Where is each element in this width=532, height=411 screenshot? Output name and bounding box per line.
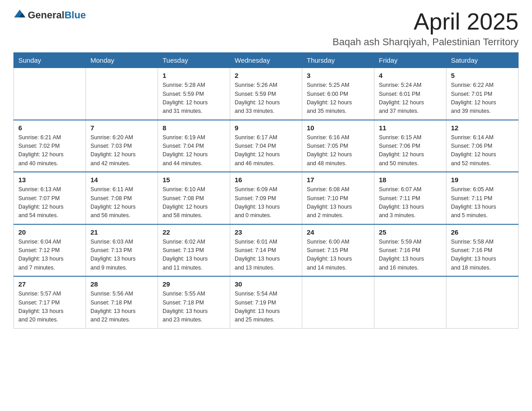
calendar-cell: 18Sunrise: 6:07 AM Sunset: 7:11 PM Dayli… bbox=[374, 172, 446, 224]
week-row-1: 1Sunrise: 5:28 AM Sunset: 5:59 PM Daylig… bbox=[14, 68, 519, 120]
day-number: 23 bbox=[235, 228, 297, 236]
calendar-cell: 3Sunrise: 5:25 AM Sunset: 6:00 PM Daylig… bbox=[302, 68, 374, 120]
day-info: Sunrise: 6:13 AM Sunset: 7:07 PM Dayligh… bbox=[18, 185, 81, 220]
day-number: 15 bbox=[163, 176, 225, 184]
day-info: Sunrise: 5:57 AM Sunset: 7:17 PM Dayligh… bbox=[18, 290, 81, 325]
calendar-cell: 28Sunrise: 5:56 AM Sunset: 7:18 PM Dayli… bbox=[86, 276, 158, 328]
calendar-cell: 7Sunrise: 6:20 AM Sunset: 7:03 PM Daylig… bbox=[86, 120, 158, 172]
day-info: Sunrise: 5:54 AM Sunset: 7:19 PM Dayligh… bbox=[235, 290, 297, 325]
logo-text-general: General bbox=[28, 9, 64, 21]
day-number: 17 bbox=[307, 176, 369, 184]
calendar-cell: 23Sunrise: 6:01 AM Sunset: 7:14 PM Dayli… bbox=[230, 224, 302, 277]
calendar-cell: 1Sunrise: 5:28 AM Sunset: 5:59 PM Daylig… bbox=[158, 68, 230, 120]
calendar-cell: 6Sunrise: 6:21 AM Sunset: 7:02 PM Daylig… bbox=[14, 120, 86, 172]
calendar-cell: 27Sunrise: 5:57 AM Sunset: 7:17 PM Dayli… bbox=[14, 276, 86, 328]
week-row-2: 6Sunrise: 6:21 AM Sunset: 7:02 PM Daylig… bbox=[14, 120, 519, 172]
day-info: Sunrise: 6:07 AM Sunset: 7:11 PM Dayligh… bbox=[379, 185, 442, 220]
day-info: Sunrise: 5:24 AM Sunset: 6:01 PM Dayligh… bbox=[379, 81, 442, 116]
weekday-header-friday: Friday bbox=[374, 53, 446, 68]
weekday-header-sunday: Sunday bbox=[14, 53, 86, 68]
weekday-header-thursday: Thursday bbox=[302, 53, 374, 68]
calendar-cell: 25Sunrise: 5:59 AM Sunset: 7:16 PM Dayli… bbox=[374, 224, 446, 277]
day-number: 3 bbox=[307, 72, 369, 79]
day-number: 24 bbox=[307, 228, 369, 236]
day-info: Sunrise: 6:19 AM Sunset: 7:04 PM Dayligh… bbox=[163, 133, 225, 168]
week-row-5: 27Sunrise: 5:57 AM Sunset: 7:17 PM Dayli… bbox=[14, 276, 519, 328]
calendar-cell: 24Sunrise: 6:00 AM Sunset: 7:15 PM Dayli… bbox=[302, 224, 374, 277]
day-info: Sunrise: 6:22 AM Sunset: 7:01 PM Dayligh… bbox=[451, 81, 514, 116]
day-info: Sunrise: 6:21 AM Sunset: 7:02 PM Dayligh… bbox=[18, 133, 81, 168]
day-info: Sunrise: 6:15 AM Sunset: 7:06 PM Dayligh… bbox=[379, 133, 442, 168]
weekday-header-row: SundayMondayTuesdayWednesdayThursdayFrid… bbox=[14, 53, 519, 68]
day-info: Sunrise: 6:10 AM Sunset: 7:08 PM Dayligh… bbox=[163, 185, 225, 220]
day-info: Sunrise: 5:26 AM Sunset: 5:59 PM Dayligh… bbox=[235, 81, 297, 116]
month-title: April 2025 bbox=[333, 9, 519, 34]
calendar-cell bbox=[446, 276, 519, 328]
day-info: Sunrise: 5:55 AM Sunset: 7:18 PM Dayligh… bbox=[163, 290, 225, 325]
weekday-header-tuesday: Tuesday bbox=[158, 53, 230, 68]
calendar-cell: 13Sunrise: 6:13 AM Sunset: 7:07 PM Dayli… bbox=[14, 172, 86, 224]
day-number: 5 bbox=[451, 72, 514, 79]
day-info: Sunrise: 5:58 AM Sunset: 7:16 PM Dayligh… bbox=[451, 238, 514, 273]
calendar-cell: 9Sunrise: 6:17 AM Sunset: 7:04 PM Daylig… bbox=[230, 120, 302, 172]
day-info: Sunrise: 6:00 AM Sunset: 7:15 PM Dayligh… bbox=[307, 238, 369, 273]
day-number: 11 bbox=[379, 124, 442, 132]
day-number: 10 bbox=[307, 124, 369, 132]
day-number: 19 bbox=[451, 176, 514, 184]
day-number: 16 bbox=[235, 176, 297, 184]
day-info: Sunrise: 6:09 AM Sunset: 7:09 PM Dayligh… bbox=[235, 185, 297, 220]
calendar-cell: 17Sunrise: 6:08 AM Sunset: 7:10 PM Dayli… bbox=[302, 172, 374, 224]
calendar-cell: 29Sunrise: 5:55 AM Sunset: 7:18 PM Dayli… bbox=[158, 276, 230, 328]
day-number: 13 bbox=[18, 176, 81, 184]
day-number: 4 bbox=[379, 72, 442, 79]
day-number: 26 bbox=[451, 228, 514, 236]
day-info: Sunrise: 6:11 AM Sunset: 7:08 PM Dayligh… bbox=[90, 185, 153, 220]
day-info: Sunrise: 5:59 AM Sunset: 7:16 PM Dayligh… bbox=[379, 238, 442, 273]
calendar-cell: 22Sunrise: 6:02 AM Sunset: 7:13 PM Dayli… bbox=[158, 224, 230, 277]
calendar-cell: 30Sunrise: 5:54 AM Sunset: 7:19 PM Dayli… bbox=[230, 276, 302, 328]
day-number: 28 bbox=[90, 280, 153, 288]
day-info: Sunrise: 6:16 AM Sunset: 7:05 PM Dayligh… bbox=[307, 133, 369, 168]
day-number: 1 bbox=[163, 72, 225, 79]
day-number: 14 bbox=[90, 176, 153, 184]
calendar-cell: 15Sunrise: 6:10 AM Sunset: 7:08 PM Dayli… bbox=[158, 172, 230, 224]
day-number: 12 bbox=[451, 124, 514, 132]
day-number: 2 bbox=[235, 72, 297, 79]
calendar-cell: 14Sunrise: 6:11 AM Sunset: 7:08 PM Dayli… bbox=[86, 172, 158, 224]
weekday-header-saturday: Saturday bbox=[446, 53, 519, 68]
day-number: 18 bbox=[379, 176, 442, 184]
calendar-cell bbox=[302, 276, 374, 328]
day-number: 7 bbox=[90, 124, 153, 132]
weekday-header-monday: Monday bbox=[86, 53, 158, 68]
title-area: April 2025 Baqah ash Sharqiyah, Palestin… bbox=[333, 9, 519, 48]
calendar-cell: 12Sunrise: 6:14 AM Sunset: 7:06 PM Dayli… bbox=[446, 120, 519, 172]
week-row-3: 13Sunrise: 6:13 AM Sunset: 7:07 PM Dayli… bbox=[14, 172, 519, 224]
location-title: Baqah ash Sharqiyah, Palestinian Territo… bbox=[333, 36, 519, 48]
calendar-cell: 8Sunrise: 6:19 AM Sunset: 7:04 PM Daylig… bbox=[158, 120, 230, 172]
calendar-cell: 20Sunrise: 6:04 AM Sunset: 7:12 PM Dayli… bbox=[14, 224, 86, 277]
day-number: 8 bbox=[163, 124, 225, 132]
calendar-cell: 2Sunrise: 5:26 AM Sunset: 5:59 PM Daylig… bbox=[230, 68, 302, 120]
day-number: 27 bbox=[18, 280, 81, 288]
day-number: 20 bbox=[18, 228, 81, 236]
day-info: Sunrise: 5:56 AM Sunset: 7:18 PM Dayligh… bbox=[90, 290, 153, 325]
day-info: Sunrise: 6:20 AM Sunset: 7:03 PM Dayligh… bbox=[90, 133, 153, 168]
calendar-cell: 21Sunrise: 6:03 AM Sunset: 7:13 PM Dayli… bbox=[86, 224, 158, 277]
day-info: Sunrise: 6:04 AM Sunset: 7:12 PM Dayligh… bbox=[18, 238, 81, 273]
calendar-table: SundayMondayTuesdayWednesdayThursdayFrid… bbox=[13, 52, 519, 329]
day-number: 6 bbox=[18, 124, 81, 132]
day-number: 21 bbox=[90, 228, 153, 236]
weekday-header-wednesday: Wednesday bbox=[230, 53, 302, 68]
calendar-cell: 10Sunrise: 6:16 AM Sunset: 7:05 PM Dayli… bbox=[302, 120, 374, 172]
day-info: Sunrise: 6:01 AM Sunset: 7:14 PM Dayligh… bbox=[235, 238, 297, 273]
calendar-cell: 5Sunrise: 6:22 AM Sunset: 7:01 PM Daylig… bbox=[446, 68, 519, 120]
calendar-cell: 26Sunrise: 5:58 AM Sunset: 7:16 PM Dayli… bbox=[446, 224, 519, 277]
day-info: Sunrise: 6:02 AM Sunset: 7:13 PM Dayligh… bbox=[163, 238, 225, 273]
week-row-4: 20Sunrise: 6:04 AM Sunset: 7:12 PM Dayli… bbox=[14, 224, 519, 277]
day-info: Sunrise: 5:25 AM Sunset: 6:00 PM Dayligh… bbox=[307, 81, 369, 116]
calendar-cell: 16Sunrise: 6:09 AM Sunset: 7:09 PM Dayli… bbox=[230, 172, 302, 224]
day-number: 9 bbox=[235, 124, 297, 132]
day-info: Sunrise: 6:03 AM Sunset: 7:13 PM Dayligh… bbox=[90, 238, 153, 273]
logo: GeneralBlue bbox=[13, 9, 86, 21]
logo-icon bbox=[13, 8, 26, 21]
